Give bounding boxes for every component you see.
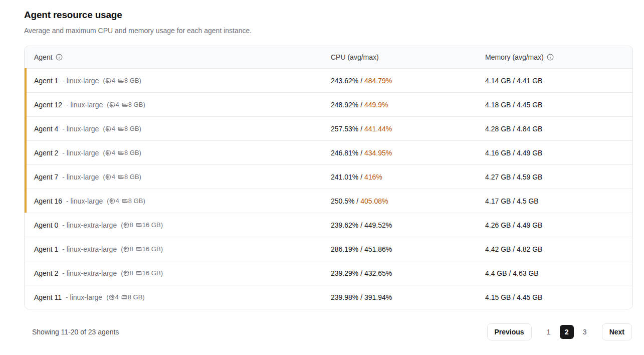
cpu-max: 405.08% — [360, 197, 388, 205]
cpu-usage-cell: 257.53% / 441.44% — [321, 125, 476, 133]
memory-max: 4.45 GB — [517, 101, 542, 109]
memory-avg: 4.18 GB — [485, 101, 511, 109]
agent-name: Agent 1 — [34, 245, 58, 253]
memory-usage-cell: 4.14 GB / 4.41 GB — [476, 77, 632, 85]
column-header-agent: Agent — [25, 53, 321, 61]
cpu-usage-cell: 246.81% / 434.95% — [321, 149, 476, 157]
agent-spec: (48 GB) — [103, 173, 141, 181]
agents-table: Agent CPU (avg/max) Memory (avg/max) Age… — [24, 46, 633, 309]
memory-max: 4.45 GB — [517, 293, 542, 301]
agent-name: Agent 7 — [34, 173, 58, 181]
cpu-usage-cell: 239.29% / 432.65% — [321, 269, 476, 277]
agent-cores: 4 — [112, 173, 115, 181]
agent-spec: (816 GB) — [121, 245, 163, 253]
agent-name: Agent 1 — [34, 77, 58, 85]
page-button-3[interactable]: 3 — [578, 325, 592, 339]
page-button-1[interactable]: 1 — [542, 325, 556, 339]
agent-memory-size: 16 GB — [142, 269, 161, 277]
agent-name: Agent 12 — [34, 101, 62, 109]
cpu-chip-icon — [123, 246, 129, 252]
agent-cores: 8 — [130, 269, 133, 277]
agent-spec: (48 GB) — [107, 197, 145, 205]
memory-stick-icon — [121, 294, 127, 300]
agent-spec: (816 GB) — [121, 221, 163, 229]
table-header-row: Agent CPU (avg/max) Memory (avg/max) — [25, 46, 632, 68]
agent-name: Agent 0 — [34, 221, 58, 229]
agent-cell: Agent 16 - linux-large (48 GB) — [25, 197, 321, 205]
agent-cores: 8 — [130, 221, 133, 229]
memory-usage-cell: 4.26 GB / 4.49 GB — [476, 221, 632, 229]
cpu-avg: 239.29% — [331, 269, 358, 277]
cpu-avg: 257.53% — [331, 125, 358, 133]
memory-usage-cell: 4.15 GB / 4.45 GB — [476, 293, 632, 301]
info-icon[interactable] — [547, 54, 554, 61]
agent-spec: (48 GB) — [107, 101, 145, 108]
agent-name: Agent 2 — [34, 149, 58, 157]
cpu-avg: 286.19% — [331, 245, 358, 253]
cpu-chip-icon — [105, 126, 111, 132]
memory-max: 4.49 GB — [517, 149, 542, 157]
agent-cell: Agent 11 - linux-large (48 GB) — [25, 293, 321, 301]
cpu-chip-icon — [109, 294, 115, 300]
agent-resource-usage-page: Agent resource usage Average and maximum… — [0, 0, 644, 340]
agent-cell: Agent 2 - linux-large (48 GB) — [25, 149, 321, 157]
cpu-usage-cell: 239.62% / 449.52% — [321, 221, 476, 229]
cpu-chip-icon — [123, 222, 129, 228]
agent-machine-type: - linux-large — [62, 173, 99, 181]
page-title: Agent resource usage — [24, 10, 633, 21]
memory-stick-icon — [136, 246, 142, 252]
memory-usage-cell: 4.4 GB / 4.63 GB — [476, 269, 632, 277]
cpu-avg: 239.98% — [331, 293, 358, 301]
table-row: Agent 7 - linux-large (48 GB) 241.01% / … — [25, 164, 632, 189]
cpu-usage-cell: 286.19% / 451.86% — [321, 245, 476, 253]
cpu-chip-icon — [105, 174, 111, 180]
memory-usage-cell: 4.18 GB / 4.45 GB — [476, 101, 632, 109]
pagination: Previous 1 2 3 Next — [487, 323, 632, 340]
cpu-chip-icon — [105, 150, 111, 156]
cpu-max: 441.44% — [364, 125, 392, 133]
memory-avg: 4.17 GB — [485, 197, 511, 205]
cpu-max: 449.9% — [364, 101, 388, 109]
agent-cell: Agent 1 - linux-extra-large (816 GB) — [25, 245, 321, 253]
table-row: Agent 12 - linux-large (48 GB) 248.92% /… — [25, 92, 632, 116]
agent-memory-size: 8 GB — [124, 77, 139, 84]
previous-page-button[interactable]: Previous — [487, 323, 532, 340]
memory-usage-cell: 4.16 GB / 4.49 GB — [476, 149, 632, 157]
agent-name: Agent 2 — [34, 269, 58, 277]
cpu-chip-icon — [105, 78, 111, 84]
info-icon[interactable] — [56, 54, 63, 61]
cpu-chip-icon — [123, 270, 129, 276]
cpu-avg: 246.81% — [331, 149, 358, 157]
memory-stick-icon — [118, 174, 124, 180]
cpu-usage-cell: 250.5% / 405.08% — [321, 197, 476, 205]
agent-cores: 4 — [112, 149, 115, 156]
cpu-max: 451.86% — [364, 245, 392, 253]
page-subtitle: Average and maximum CPU and memory usage… — [24, 27, 633, 35]
memory-avg: 4.27 GB — [485, 173, 511, 181]
agent-machine-type: - linux-large — [66, 197, 103, 205]
agent-cell: Agent 7 - linux-large (48 GB) — [25, 173, 321, 181]
agent-cores: 4 — [112, 77, 115, 84]
agent-machine-type: - linux-large — [62, 125, 99, 133]
agent-machine-type: - linux-large — [66, 101, 103, 109]
table-row: Agent 1 - linux-large (48 GB) 243.62% / … — [25, 68, 632, 92]
memory-usage-cell: 4.42 GB / 4.82 GB — [476, 245, 632, 253]
agent-memory-size: 8 GB — [128, 293, 143, 301]
agent-memory-size: 8 GB — [128, 197, 143, 205]
column-header-agent-label: Agent — [34, 53, 53, 61]
cpu-avg: 241.01% — [331, 173, 358, 181]
memory-stick-icon — [136, 270, 142, 276]
table-row: Agent 16 - linux-large (48 GB) 250.5% / … — [25, 189, 632, 213]
showing-count-text: Showing 11-20 of 23 agents — [32, 328, 119, 336]
page-button-2-active[interactable]: 2 — [560, 325, 574, 339]
memory-stick-icon — [118, 126, 124, 132]
agent-spec: (48 GB) — [103, 149, 141, 156]
memory-avg: 4.14 GB — [485, 77, 511, 85]
next-page-button[interactable]: Next — [602, 323, 632, 340]
memory-avg: 4.15 GB — [485, 293, 511, 301]
table-row: Agent 0 - linux-extra-large (816 GB) 239… — [25, 213, 632, 237]
agent-spec: (48 GB) — [103, 77, 141, 84]
cpu-usage-cell: 239.98% / 391.94% — [321, 293, 476, 301]
agent-cell: Agent 0 - linux-extra-large (816 GB) — [25, 221, 321, 229]
agent-machine-type: - linux-extra-large — [62, 245, 117, 253]
